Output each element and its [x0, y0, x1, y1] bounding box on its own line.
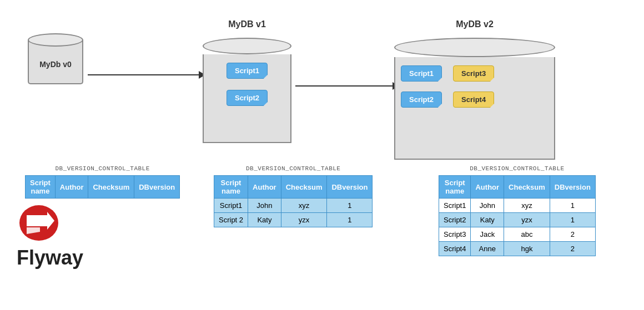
cell-checksum: yzx	[504, 213, 550, 227]
table-0-header-row: Scriptname Author Checksum DBversion	[26, 176, 180, 199]
cell-script: Script4	[439, 242, 471, 256]
arrow-v0-v1	[88, 71, 205, 79]
cell-author: John	[471, 199, 504, 213]
db-v1-title: MyDB v1	[203, 19, 291, 29]
cell-author: Katy	[248, 213, 281, 227]
db-v2-title-area: MyDB v2	[394, 19, 555, 29]
db-v1-script1: Script1	[227, 63, 268, 79]
cell-checksum: xyz	[281, 199, 327, 213]
table-0-col-dbversion: DBversion	[134, 176, 180, 199]
db-v1-container: MyDB v1 Script1 Script2	[203, 19, 291, 143]
db-v0-container: MyDb v0	[28, 33, 83, 84]
db-v0-body: MyDb v0	[28, 40, 83, 84]
db-v1-top	[203, 38, 291, 54]
table-row: Script1 John xyz 1	[214, 199, 373, 213]
table-0-title: DB_VERSION_CONTROL_TABLE	[25, 165, 180, 172]
db-v2-top	[394, 38, 555, 57]
cell-version: 1	[327, 213, 373, 227]
table-1-col-checksum: Checksum	[281, 176, 327, 199]
table-1-header-row: Scriptname Author Checksum DBversion	[214, 176, 373, 199]
cell-checksum: yzx	[281, 213, 327, 227]
table-2-col-checksum: Checksum	[504, 176, 550, 199]
table-2-header-row: Scriptname Author Checksum DBversion	[439, 176, 596, 199]
table-row: Script3 Jack abc 2	[439, 227, 596, 242]
table-row: Script1 John xyz 1	[439, 199, 596, 213]
main-container: MyDb v0 MyDB v1 Script1 Script2	[0, 0, 644, 310]
cell-author: Anne	[471, 242, 504, 256]
db-v2-script3: Script3	[453, 65, 494, 82]
table-1-col-dbversion: DBversion	[327, 176, 373, 199]
cell-checksum: abc	[504, 227, 550, 242]
table-2-title: DB_VERSION_CONTROL_TABLE	[439, 165, 596, 172]
table-row: Script4 Anne hgk 2	[439, 242, 596, 256]
flyway-icon	[17, 200, 61, 244]
cell-author: John	[248, 199, 281, 213]
table-0-section: DB_VERSION_CONTROL_TABLE Scriptname Auth…	[25, 165, 180, 199]
cell-version: 2	[550, 242, 595, 256]
cell-version: 1	[550, 199, 595, 213]
db-v0-top	[28, 33, 83, 47]
table-1-body: Script1 John xyz 1 Script 2 Katy yzx 1	[214, 199, 373, 227]
table-1: Scriptname Author Checksum DBversion Scr…	[214, 175, 373, 227]
table-row: Script 2 Katy yzx 1	[214, 213, 373, 227]
arrow-line-v1-v2	[295, 85, 393, 87]
cell-script: Script1	[439, 199, 471, 213]
cell-version: 2	[550, 227, 595, 242]
db-v1-shape: Script1 Script2	[203, 38, 291, 143]
cell-author: Katy	[471, 213, 504, 227]
db-v2-scripts: Script1 Script3 Script2 Script4	[401, 65, 494, 108]
table-0-col-author: Author	[55, 176, 88, 199]
arrow-v1-v2	[295, 82, 399, 90]
cell-script: Script3	[439, 227, 471, 242]
cell-version: 1	[327, 199, 373, 213]
table-2: Scriptname Author Checksum DBversion Scr…	[439, 175, 596, 256]
db-v0-shape: MyDb v0	[28, 33, 83, 84]
db-v1-title-area: MyDB v1	[203, 19, 291, 29]
db-v0-label: MyDb v0	[39, 60, 72, 69]
table-0: Scriptname Author Checksum DBversion	[25, 175, 180, 199]
table-0-col-script: Scriptname	[26, 176, 56, 199]
db-v2-title: MyDB v2	[394, 19, 555, 29]
table-1-section: DB_VERSION_CONTROL_TABLE Scriptname Auth…	[214, 165, 373, 227]
flyway-brand-name: Flyway	[17, 246, 83, 270]
db-v2-body: Script1 Script3 Script2 Script4	[394, 57, 555, 160]
arrow-line-v0-v1	[88, 74, 199, 75]
table-row: Script2 Katy yzx 1	[439, 213, 596, 227]
cell-script: Script1	[214, 199, 248, 213]
cell-script: Script2	[439, 213, 471, 227]
db-v1-body: Script1 Script2	[203, 54, 291, 143]
cell-checksum: xyz	[504, 199, 550, 213]
table-1-title: DB_VERSION_CONTROL_TABLE	[214, 165, 373, 172]
cell-version: 1	[550, 213, 595, 227]
cell-script: Script 2	[214, 213, 248, 227]
cell-author: Jack	[471, 227, 504, 242]
db-v2-shape: Script1 Script3 Script2 Script4	[394, 38, 555, 160]
table-0-col-checksum: Checksum	[88, 176, 134, 199]
table-2-col-author: Author	[471, 176, 504, 199]
db-v2-script4: Script4	[453, 92, 494, 108]
db-v2-script2: Script2	[401, 92, 442, 108]
table-1-col-script: Scriptname	[214, 176, 248, 199]
db-v1-script2: Script2	[227, 90, 268, 106]
table-2-section: DB_VERSION_CONTROL_TABLE Scriptname Auth…	[439, 165, 596, 256]
flyway-logo-section: Flyway	[17, 200, 83, 270]
table-2-col-script: Scriptname	[439, 176, 471, 199]
table-2-col-dbversion: DBversion	[550, 176, 595, 199]
db-v2-container: MyDB v2 Script1 Script3 Script2 Script4	[394, 19, 555, 160]
table-2-body: Script1 John xyz 1 Script2 Katy yzx 1 Sc…	[439, 199, 596, 256]
db-v2-script1: Script1	[401, 65, 442, 82]
db-v1-scripts: Script1 Script2	[227, 63, 268, 106]
cell-checksum: hgk	[504, 242, 550, 256]
table-1-col-author: Author	[248, 176, 281, 199]
